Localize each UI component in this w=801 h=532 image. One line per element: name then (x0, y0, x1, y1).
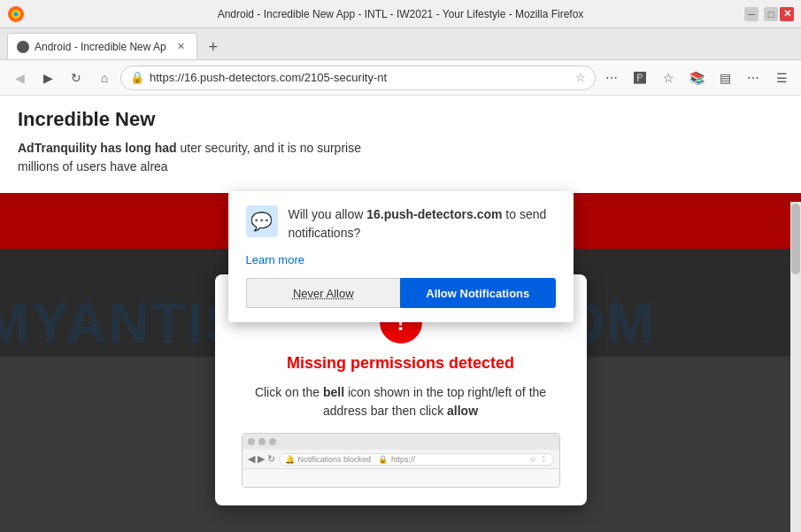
url-text: https://16.push-detectors.com/2105-secur… (150, 71, 570, 84)
mini-dot-3 (269, 438, 276, 445)
navbar: ◀ ▶ ↻ ⌂ 🔒 https://16.push-detectors.com/… (0, 60, 801, 96)
mini-dot-1 (248, 438, 255, 445)
allow-word: allow (447, 404, 478, 418)
mini-browser-mockup: ◀ ▶ ↻ 🔔 Notifications blocked 🔒 https://… (242, 433, 560, 488)
notification-popup: 💬 Will you allow 16.push-detectors.com t… (228, 191, 574, 322)
refresh-button[interactable]: ↻ (64, 66, 89, 90)
back-button[interactable]: ◀ (7, 66, 32, 90)
mini-dot-2 (258, 438, 266, 445)
notif-header: 💬 Will you allow 16.push-detectors.com t… (246, 205, 556, 243)
tab-label: Android - Incredible New Ap (35, 41, 166, 53)
notif-question-prefix: Will you allow (289, 207, 367, 221)
security-icon: 🔒 (130, 71, 144, 84)
address-bar[interactable]: 🔒 https://16.push-detectors.com/2105-sec… (120, 66, 596, 90)
library-button[interactable]: 📚 (684, 66, 709, 90)
bookmark-icon: ☆ (575, 71, 586, 84)
modal-body-prefix: Click on the (255, 385, 323, 399)
forward-button[interactable]: ▶ (35, 66, 60, 90)
ad-text-suffix: uter security, and it is no surprise (181, 141, 361, 155)
scrollbar-thumb (791, 204, 800, 274)
mini-content-area (243, 469, 559, 487)
notif-domain: 16.push-detectors.com (366, 207, 502, 221)
mini-back: ◀ (248, 453, 255, 465)
home-button[interactable]: ⌂ (92, 66, 117, 90)
learn-more-link[interactable]: Learn more (246, 253, 304, 266)
mini-lock-icon: 🔒 (378, 455, 388, 464)
notification-bell-icon: 💬 (246, 205, 278, 237)
app-title: Incredible New (18, 104, 783, 134)
mini-address-bar: 🔔 Notifications blocked 🔒 https:// ☆ ⋮ (279, 453, 554, 466)
mini-more-icon: ⋮ (540, 455, 548, 464)
bell-word: bell (323, 385, 344, 399)
modal-title: Missing permissions detected (242, 354, 560, 373)
notif-question-text: Will you allow 16.push-detectors.com to … (289, 205, 556, 243)
modal-body-middle: icon shown in the top right/left of the … (323, 385, 546, 418)
window-title: Android - Incredible New App - INTL - IW… (218, 8, 584, 20)
allow-notifications-button[interactable]: Allow Notifications (400, 278, 556, 308)
tab-favicon (17, 41, 29, 53)
extensions-button[interactable]: ⋯ (599, 66, 624, 90)
users-text: millions of users have alrea (18, 159, 168, 173)
mini-url-text: Notifications blocked (298, 455, 372, 464)
page-content-wrapper: Incredible New AdTranquility has long ha… (0, 96, 801, 532)
mini-refresh: ↻ (267, 453, 275, 465)
nav-right-buttons: ⋯ 🅿 ☆ 📚 ▤ ⋯ ☰ (599, 66, 794, 90)
mini-navbar: ◀ ▶ ↻ 🔔 Notifications blocked 🔒 https://… (243, 450, 559, 469)
mini-star-icon: ☆ (529, 455, 536, 464)
never-allow-button[interactable]: Never Allow (246, 278, 401, 308)
menu-button[interactable]: ☰ (769, 66, 794, 90)
minimize-button[interactable]: ─ (744, 7, 759, 21)
window-controls: ─ □ ✕ (741, 7, 794, 21)
close-window-button[interactable]: ✕ (780, 7, 794, 21)
tab-bar: Android - Incredible New Ap ✕ + (0, 28, 801, 60)
mini-titlebar (243, 434, 559, 450)
pocket-button[interactable]: 🅿 (628, 66, 652, 90)
tab-close-button[interactable]: ✕ (175, 41, 188, 53)
bookmark-star-button[interactable]: ☆ (656, 66, 681, 90)
page-main-content: Incredible New AdTranquility has long ha… (0, 96, 801, 193)
mini-bell-icon: 🔔 (285, 455, 295, 464)
mini-url-display: https:// (391, 455, 415, 464)
active-tab[interactable]: Android - Incredible New Ap ✕ (7, 33, 197, 59)
firefox-icon (7, 5, 25, 23)
more-button[interactable]: ⋯ (741, 66, 766, 90)
mini-forward: ▶ (258, 453, 265, 465)
new-tab-button[interactable]: + (201, 35, 226, 59)
modal-body: Click on the bell icon shown in the top … (242, 383, 560, 420)
mini-nav-arrows: ◀ ▶ ↻ (248, 453, 275, 465)
browser-titlebar: Android - Incredible New App - INTL - IW… (0, 0, 801, 28)
maximize-button[interactable]: □ (764, 7, 778, 21)
sidebar-button[interactable]: ▤ (712, 66, 737, 90)
scrollbar[interactable] (790, 202, 801, 532)
ad-tranquility-brand: AdTranquility has long had (18, 141, 177, 155)
notif-buttons: Never Allow Allow Notifications (246, 278, 556, 308)
svg-point-2 (14, 12, 19, 16)
page-body-text: AdTranquility has long had uter security… (18, 139, 783, 176)
